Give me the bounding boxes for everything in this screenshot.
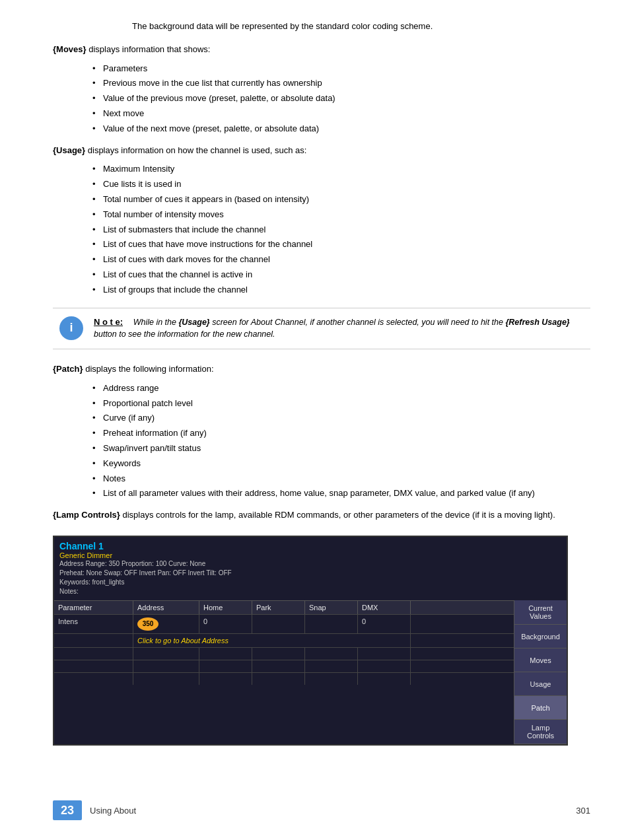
- page-footer: 23 Using About 301: [0, 800, 630, 820]
- list-item: Maximum Intensity: [92, 162, 590, 176]
- table-row-empty3: [54, 672, 514, 685]
- cell-empty: [54, 634, 133, 647]
- list-item: Parameters: [92, 62, 590, 76]
- lamp-section-header: {Lamp Controls} displays controls for th…: [53, 508, 590, 522]
- btn-patch[interactable]: Patch: [514, 696, 567, 720]
- usage-bullet-list: Maximum Intensity Cue lists it is used i…: [92, 162, 590, 297]
- btn-usage[interactable]: Usage: [514, 672, 567, 696]
- screenshot-main: Parameter Address Home Park Snap DMX Int…: [54, 600, 514, 744]
- click-link[interactable]: Click to go to About Address: [137, 637, 228, 645]
- screenshot-body: Parameter Address Home Park Snap DMX Int…: [54, 600, 567, 744]
- note-text-2: screen for About Channel, if another cha…: [210, 318, 506, 327]
- list-item: Total number of intensity moves: [92, 208, 590, 222]
- note-icon: i: [59, 316, 83, 340]
- patch-section-header: {Patch} displays the following informati…: [53, 363, 590, 376]
- channel-type: Generic Dimmer: [59, 551, 561, 559]
- note-refresh: {Refresh Usage}: [505, 318, 569, 327]
- list-item: Cue lists it is used in: [92, 178, 590, 192]
- list-item: Curve (if any): [92, 411, 590, 425]
- col-address: Address: [133, 601, 199, 614]
- note-box: i N o t e: While in the {Usage} screen f…: [53, 308, 590, 350]
- usage-desc: displays information on how the channel …: [88, 145, 307, 155]
- table-header-row: Parameter Address Home Park Snap DMX: [54, 600, 514, 614]
- list-item: Value of the next move (preset, palette,…: [92, 122, 590, 136]
- screenshot-header: Channel 1 Generic Dimmer Address Range: …: [54, 537, 567, 600]
- cell-parameter: Intens: [54, 615, 133, 633]
- list-item: Notes: [92, 472, 590, 486]
- cell-address[interactable]: 350: [133, 615, 199, 633]
- table-row-empty1: [54, 647, 514, 660]
- col-park: Park: [252, 601, 305, 614]
- footer-section: Using About: [90, 806, 136, 816]
- channel-info-line4: Notes:: [59, 587, 561, 596]
- note-text: While in the {Usage} screen for About Ch…: [94, 318, 570, 339]
- channel-info-line3: Keywords: front_lights: [59, 578, 561, 587]
- patch-desc: displays the following information:: [85, 364, 213, 374]
- click-link-row: Click to go to About Address: [54, 633, 514, 647]
- lamp-label: {Lamp Controls}: [53, 510, 120, 520]
- note-content: N o t e: While in the {Usage} screen for…: [94, 316, 584, 341]
- click-link-cell[interactable]: Click to go to About Address: [133, 634, 411, 647]
- moves-desc: displays information that shows:: [88, 44, 210, 54]
- intro-line: The background data will be represented …: [132, 21, 433, 31]
- note-usage: {Usage}: [178, 318, 209, 327]
- list-item: List of all parameter values with their …: [92, 487, 590, 501]
- note-text-1: While in the: [133, 318, 179, 327]
- btn-lamp-controls[interactable]: Lamp Controls: [514, 720, 567, 744]
- note-label: N o t e:: [94, 317, 123, 327]
- col-home: Home: [199, 601, 252, 614]
- patch-label: {Patch}: [53, 364, 83, 374]
- channel-title: Channel 1: [59, 541, 561, 551]
- moves-bullet-list: Parameters Previous move in the cue list…: [92, 62, 590, 136]
- usage-section-header: {Usage} displays information on how the …: [53, 144, 590, 158]
- sidebar-buttons: Current Values Background Moves Usage Pa…: [514, 600, 567, 744]
- btn-current-values[interactable]: Current Values: [514, 600, 567, 625]
- moves-section-header: {Moves} displays information that shows:: [53, 43, 590, 57]
- lamp-desc: displays controls for the lamp, availabl…: [122, 510, 555, 520]
- btn-background[interactable]: Background: [514, 625, 567, 648]
- address-circle[interactable]: 350: [137, 617, 158, 631]
- list-item: Swap/invert pan/tilt status: [92, 442, 590, 456]
- list-item: Total number of cues it appears in (base…: [92, 193, 590, 207]
- cell-home: 0: [199, 615, 252, 633]
- list-item: List of cues that the channel is active …: [92, 268, 590, 282]
- moves-label: {Moves}: [53, 44, 87, 54]
- table-row: Intens 350 0 0: [54, 614, 514, 633]
- screenshot-container: Channel 1 Generic Dimmer Address Range: …: [53, 536, 568, 746]
- list-item: Previous move in the cue list that curre…: [92, 77, 590, 90]
- cell-park: [252, 615, 305, 633]
- cell-snap: [305, 615, 358, 633]
- footer-page: 301: [576, 806, 590, 816]
- btn-moves[interactable]: Moves: [514, 648, 567, 672]
- col-dmx: DMX: [358, 601, 411, 614]
- chapter-badge: 23: [53, 800, 82, 820]
- list-item: Next move: [92, 107, 590, 121]
- patch-bullet-list: Address range Proportional patch level C…: [92, 382, 590, 501]
- cell-dmx: 0: [358, 615, 411, 633]
- list-item: List of submasters that include the chan…: [92, 223, 590, 237]
- channel-info-line2: Preheat: None Swap: OFF Invert Pan: OFF …: [59, 569, 561, 578]
- list-item: List of cues with dark moves for the cha…: [92, 253, 590, 267]
- list-item: Value of the previous move (preset, pale…: [92, 92, 590, 106]
- list-item: Address range: [92, 382, 590, 396]
- col-parameter: Parameter: [54, 601, 133, 614]
- note-text-3: button to see the information for the ne…: [94, 330, 275, 339]
- channel-info-line1: Address Range: 350 Proportion: 100 Curve…: [59, 559, 561, 569]
- table-row-empty2: [54, 660, 514, 672]
- list-item: Proportional patch level: [92, 397, 590, 411]
- usage-label: {Usage}: [53, 145, 85, 155]
- list-item: List of groups that include the channel: [92, 283, 590, 297]
- intro-text: The background data will be represented …: [132, 20, 590, 34]
- list-item: List of cues that have move instructions…: [92, 238, 590, 252]
- page: The background data will be represented …: [0, 0, 630, 840]
- col-snap: Snap: [305, 601, 358, 614]
- list-item: Keywords: [92, 457, 590, 471]
- list-item: Preheat information (if any): [92, 427, 590, 440]
